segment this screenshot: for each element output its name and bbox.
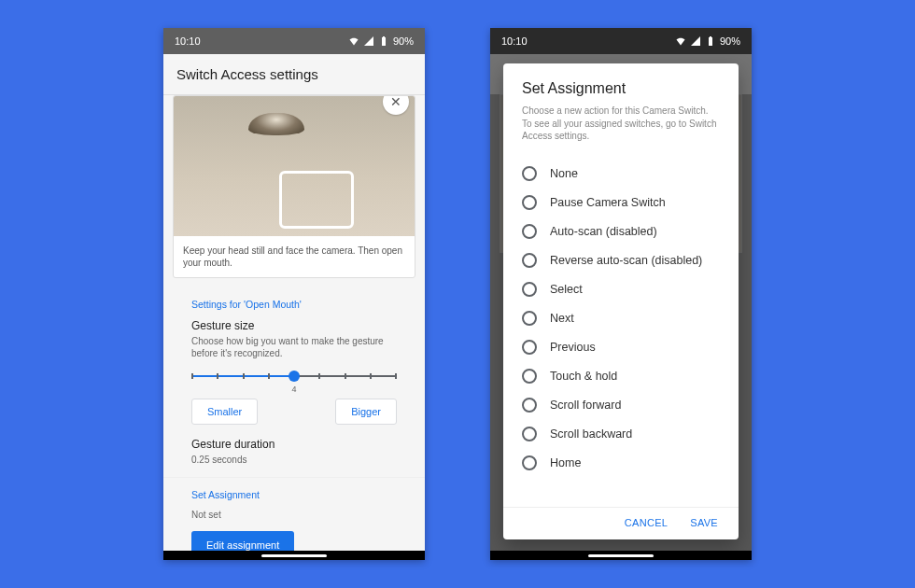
dialog-options: None Pause Camera Switch Auto-scan (disa… xyxy=(503,152,739,508)
radio-icon xyxy=(522,195,537,210)
gesture-size-slider[interactable] xyxy=(191,371,397,382)
assignment-section: Set Assignment Not set Edit assignment xyxy=(163,478,425,551)
bigger-button[interactable]: Bigger xyxy=(335,399,397,425)
status-bar: 10:10 90% xyxy=(490,28,752,54)
page-title: Switch Access settings xyxy=(176,66,412,82)
radio-icon xyxy=(522,282,537,297)
gesture-settings-section: Settings for 'Open Mouth' Gesture size C… xyxy=(163,287,425,478)
signal-icon xyxy=(363,35,374,47)
gesture-size-sub: Choose how big you want to make the gest… xyxy=(191,335,397,359)
option-reverse-auto-scan[interactable]: Reverse auto-scan (disabled) xyxy=(518,246,731,275)
option-label: Previous xyxy=(550,341,596,354)
option-scroll-backward[interactable]: Scroll backward xyxy=(518,420,731,449)
camera-hint-text: Keep your head still and face the camera… xyxy=(174,236,415,277)
radio-icon xyxy=(522,311,537,326)
status-time: 10:10 xyxy=(175,35,201,47)
gesture-size-title: Gesture size xyxy=(191,319,397,332)
option-scroll-forward[interactable]: Scroll forward xyxy=(518,391,731,420)
phone-left: 10:10 90% Switch Access settings ✕ Keep … xyxy=(163,28,425,560)
option-touch-and-hold[interactable]: Touch & hold xyxy=(518,362,731,391)
option-label: None xyxy=(550,167,578,180)
option-label: Pause Camera Switch xyxy=(550,196,666,209)
radio-icon xyxy=(522,224,537,239)
camera-preview: ✕ xyxy=(174,96,415,236)
option-previous[interactable]: Previous xyxy=(518,333,731,362)
gesture-duration-title: Gesture duration xyxy=(191,438,397,451)
radio-icon xyxy=(522,427,537,441)
content: S Set Assignment Choose a new action for… xyxy=(490,54,752,551)
battery-percent: 90% xyxy=(393,35,414,47)
content: ✕ Keep your head still and face the came… xyxy=(163,95,425,551)
status-bar: 10:10 90% xyxy=(163,28,425,54)
gesture-duration-value: 0.25 seconds xyxy=(191,454,397,466)
option-label: Touch & hold xyxy=(550,370,617,383)
ceiling-lamp-imagery xyxy=(248,113,304,135)
gesture-nav-bar[interactable] xyxy=(163,551,425,560)
dialog-title: Set Assignment xyxy=(522,80,720,97)
option-label: Reverse auto-scan (disabled) xyxy=(550,254,702,267)
radio-icon xyxy=(522,253,537,268)
close-icon[interactable]: ✕ xyxy=(383,95,409,115)
smaller-button[interactable]: Smaller xyxy=(191,399,258,425)
status-right: 90% xyxy=(348,35,414,47)
phone-right: 10:10 90% S Set Assignment Choose a new … xyxy=(490,28,752,560)
status-time: 10:10 xyxy=(501,35,528,47)
battery-icon xyxy=(378,35,389,47)
radio-icon xyxy=(522,340,537,355)
set-assignment-dialog: Set Assignment Choose a new action for t… xyxy=(503,63,739,539)
battery-percent: 90% xyxy=(720,35,740,47)
option-auto-scan[interactable]: Auto-scan (disabled) xyxy=(518,217,731,246)
app-header: Switch Access settings xyxy=(163,54,425,95)
radio-icon xyxy=(522,166,537,181)
settings-for-label: Settings for 'Open Mouth' xyxy=(191,299,397,310)
option-label: Select xyxy=(550,283,583,296)
assignment-status: Not set xyxy=(191,510,397,520)
option-none[interactable]: None xyxy=(518,160,731,189)
option-select[interactable]: Select xyxy=(518,275,731,304)
dialog-actions: CANCEL SAVE xyxy=(503,507,739,539)
option-home[interactable]: Home xyxy=(518,449,731,478)
save-button[interactable]: SAVE xyxy=(690,517,718,528)
option-pause-camera-switch[interactable]: Pause Camera Switch xyxy=(518,189,731,217)
option-label: Auto-scan (disabled) xyxy=(550,225,657,238)
option-label: Scroll backward xyxy=(550,427,632,441)
gesture-size-value: 4 xyxy=(191,385,397,394)
status-right: 90% xyxy=(675,35,740,47)
option-label: Home xyxy=(550,456,581,469)
dialog-subtitle: Choose a new action for this Camera Swit… xyxy=(522,105,720,143)
wifi-icon xyxy=(348,35,359,47)
signal-icon xyxy=(690,35,701,47)
option-label: Next xyxy=(550,312,574,325)
slider-thumb[interactable] xyxy=(289,371,300,382)
camera-preview-card: ✕ Keep your head still and face the came… xyxy=(173,95,415,278)
edit-assignment-button[interactable]: Edit assignment xyxy=(191,531,294,551)
gesture-nav-bar[interactable] xyxy=(490,551,752,560)
option-label: Scroll forward xyxy=(550,399,621,412)
battery-icon xyxy=(705,35,716,47)
face-detection-box xyxy=(279,171,354,229)
wifi-icon xyxy=(675,35,686,47)
cancel-button[interactable]: CANCEL xyxy=(625,517,668,528)
assignment-title: Set Assignment xyxy=(191,489,397,500)
radio-icon xyxy=(522,398,537,413)
option-next[interactable]: Next xyxy=(518,304,731,333)
radio-icon xyxy=(522,455,537,470)
radio-icon xyxy=(522,369,537,384)
